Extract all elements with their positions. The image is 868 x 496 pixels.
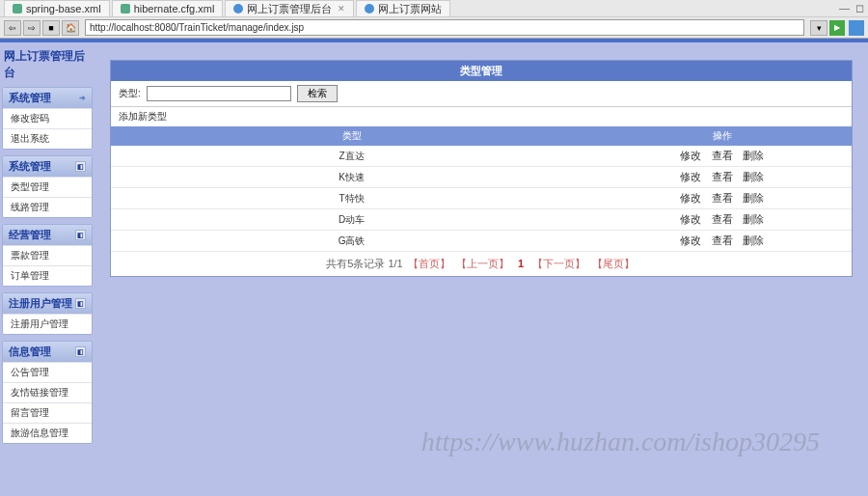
tab-label: 网上订票管理后台 [247,2,332,16]
menu-group-system: 系统管理➜ 修改密码 退出系统 [2,87,93,150]
op-delete[interactable]: 删除 [743,192,764,204]
op-view[interactable]: 查看 [712,213,733,225]
menu-header-system2[interactable]: 系统管理◧ [3,156,92,177]
sidebar-item-change-password[interactable]: 修改密码 [3,108,92,128]
go-button[interactable]: ▶ [829,20,845,36]
sidebar-item-links[interactable]: 友情链接管理 [3,382,92,402]
close-icon[interactable]: ✕ [338,4,345,14]
table-row: D动车 修改 查看 删除 [111,209,852,231]
panel-title: 类型管理 [111,61,852,81]
pin-icon[interactable]: ◧ [75,161,86,172]
sidebar-item-order-manage[interactable]: 订单管理 [3,265,92,286]
xml-icon [121,4,130,14]
tab-hibernate-cfg[interactable]: hibernate.cfg.xml [112,0,224,16]
cell-type: K快速 [111,167,592,188]
table-row: T特快 修改 查看 删除 [111,188,852,209]
op-view[interactable]: 查看 [712,192,733,204]
app-title: 网上订票管理后台 [2,44,93,87]
page-summary: 共有5条记录 1/1 [326,258,402,269]
window-controls: — ◻ [839,2,864,14]
menu-title: 系统管理 [9,159,51,174]
pin-icon[interactable]: ◧ [75,230,86,240]
minimize-icon[interactable]: — [839,2,850,14]
url-input[interactable] [85,19,804,36]
op-view[interactable]: 查看 [712,234,733,246]
page-first[interactable]: 【首页】 [408,258,450,269]
op-edit[interactable]: 修改 [680,213,701,225]
table-row: G高铁 修改 查看 删除 [111,231,852,252]
search-button[interactable]: 检索 [297,85,338,102]
menu-group-info: 信息管理◧ 公告管理 友情链接管理 留言管理 旅游信息管理 [2,341,93,444]
extension-button[interactable] [849,20,864,36]
sidebar-item-fare-manage[interactable]: 票款管理 [3,245,92,265]
table-row: Z直达 修改 查看 删除 [111,146,852,167]
sidebar-item-route-manage[interactable]: 线路管理 [3,197,92,217]
sidebar-item-notice[interactable]: 公告管理 [3,362,92,382]
menu-header-info[interactable]: 信息管理◧ [3,342,92,362]
cell-type: Z直达 [111,146,592,167]
sidebar-item-travel-info[interactable]: 旅游信息管理 [3,423,92,443]
search-label: 类型: [119,87,141,100]
tab-label: spring-base.xml [26,3,101,14]
menu-header-user[interactable]: 注册用户管理◧ [3,293,92,314]
table-row: K快速 修改 查看 删除 [111,167,852,188]
sidebar-item-reg-user[interactable]: 注册用户管理 [3,314,92,334]
menu-title: 信息管理 [9,344,51,359]
restore-icon[interactable]: ◻ [855,2,864,14]
op-delete[interactable]: 删除 [743,213,764,225]
menu-header-system[interactable]: 系统管理➜ [3,88,92,108]
menu-title: 经营管理 [9,228,51,242]
pin-icon[interactable]: ◧ [75,298,86,309]
web-icon [233,4,243,14]
page-next[interactable]: 【下一页】 [532,258,585,269]
page-last[interactable]: 【尾页】 [592,258,635,269]
type-table: 类型 操作 Z直达 修改 查看 删除 K快速 修改 查看 删除 T特快 修改 查… [111,126,852,252]
col-ops: 操作 [592,126,852,146]
menu-title: 系统管理 [9,91,51,105]
col-type: 类型 [111,126,592,146]
op-edit[interactable]: 修改 [680,192,701,204]
menu-group-user: 注册用户管理◧ 注册用户管理 [2,292,93,335]
refresh-button[interactable]: 🏠 [62,20,79,36]
menu-header-business[interactable]: 经营管理◧ [3,225,92,245]
op-delete[interactable]: 删除 [743,150,764,161]
op-view[interactable]: 查看 [712,150,733,161]
tab-label: 网上订票网站 [378,2,442,16]
main-layout: 网上订票管理后台 系统管理➜ 修改密码 退出系统 系统管理◧ 类型管理 线路管理… [0,42,868,496]
tab-spring-base[interactable]: spring-base.xml [4,0,110,16]
sidebar-item-logout[interactable]: 退出系统 [3,128,92,149]
cell-type: G高铁 [111,231,592,252]
type-manage-panel: 类型管理 类型: 检索 添加新类型 类型 操作 Z直达 修改 查看 删除 K快速 [110,60,853,277]
menu-group-system2: 系统管理◧ 类型管理 线路管理 [2,155,93,218]
pagination: 共有5条记录 1/1 【首页】 【上一页】 1 【下一页】 【尾页】 [111,252,852,276]
tab-ticket-site[interactable]: 网上订票网站 [356,0,450,16]
op-edit[interactable]: 修改 [680,150,701,161]
op-edit[interactable]: 修改 [680,234,701,246]
op-delete[interactable]: 删除 [743,171,764,182]
op-edit[interactable]: 修改 [680,171,701,182]
content-area: 类型管理 类型: 检索 添加新类型 类型 操作 Z直达 修改 查看 删除 K快速 [95,42,868,496]
menu-title: 注册用户管理 [9,296,72,311]
cell-type: D动车 [111,209,592,231]
url-dropdown[interactable]: ▾ [810,20,827,36]
web-icon [365,4,374,14]
sidebar-item-type-manage[interactable]: 类型管理 [3,177,92,197]
stop-button[interactable]: ■ [42,20,60,36]
arrow-icon: ➜ [79,94,86,102]
op-delete[interactable]: 删除 [743,234,764,246]
xml-icon [13,4,22,14]
menu-group-business: 经营管理◧ 票款管理 订单管理 [2,224,93,287]
cell-ops: 修改 查看 删除 [592,188,852,209]
sidebar-item-message[interactable]: 留言管理 [3,402,92,423]
cell-ops: 修改 查看 删除 [592,167,852,188]
add-type-link[interactable]: 添加新类型 [111,107,852,126]
op-view[interactable]: 查看 [712,171,733,182]
pin-icon[interactable]: ◧ [75,346,86,357]
back-button[interactable]: ⇦ [4,20,21,36]
search-input[interactable] [147,86,291,101]
page-prev[interactable]: 【上一页】 [456,258,509,269]
tab-manage-backend[interactable]: 网上订票管理后台✕ [225,0,354,16]
forward-button[interactable]: ⇨ [23,20,41,36]
cell-ops: 修改 查看 删除 [592,209,852,231]
cell-ops: 修改 查看 删除 [592,146,852,167]
